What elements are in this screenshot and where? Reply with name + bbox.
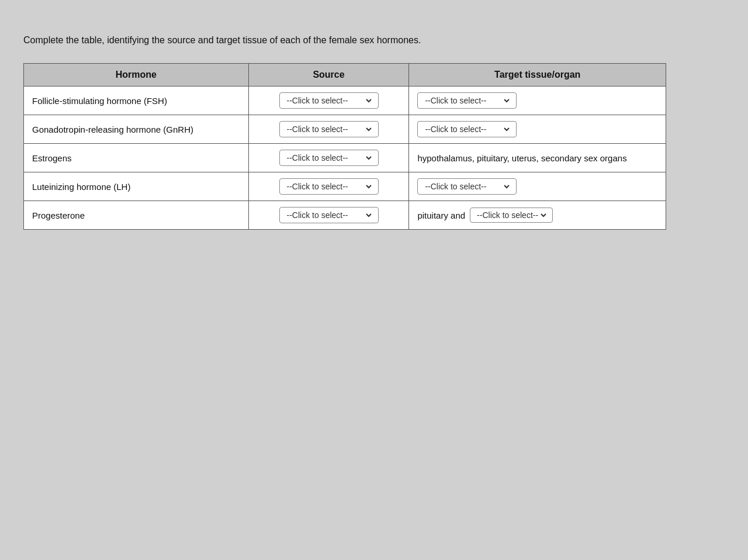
hormone-cell: Progesterone [24,201,249,230]
source-cell: --Click to select--Anterior pituitaryHyp… [248,172,409,201]
source-cell: --Click to select--Anterior pituitaryHyp… [248,87,409,115]
hormone-cell: Estrogens [24,144,249,172]
dropdown-select[interactable]: --Click to select--Anterior pituitaryHyp… [285,153,373,163]
progesterone-target-cell: pituitary and--Click to select--Anterior… [417,208,657,223]
dropdown-select[interactable]: --Click to select--Anterior pituitaryHyp… [423,181,511,192]
instructions-text: Complete the table, identifying the sour… [23,35,725,46]
hormone-table: Hormone Source Target tissue/organ Folli… [23,63,666,230]
header-target: Target tissue/organ [409,64,666,87]
dropdown-select[interactable]: --Click to select--Anterior pituitaryHyp… [285,124,373,134]
target-cell: --Click to select--Anterior pituitaryHyp… [409,172,666,201]
target-text: hypothalamus, pituitary, uterus, seconda… [417,153,626,163]
target-cell: hypothalamus, pituitary, uterus, seconda… [409,144,666,172]
source-cell: --Click to select--Anterior pituitaryHyp… [248,201,409,230]
table-row: Gonadotropin-releasing hormone (GnRH)--C… [24,115,666,144]
hormone-cell: Follicle-stimulating hormone (FSH) [24,87,249,115]
table-row: Progesterone--Click to select--Anterior … [24,201,666,230]
target-cell: --Click to select--Anterior pituitaryHyp… [409,115,666,144]
table-row: Follicle-stimulating hormone (FSH)--Clic… [24,87,666,115]
select-wrapper: --Click to select--Anterior pituitaryHyp… [417,178,517,195]
inline-select-wrapper: --Click to select--Anterior pituitaryHyp… [470,208,553,223]
dropdown-select[interactable]: --Click to select--Anterior pituitaryHyp… [423,124,511,134]
header-hormone: Hormone [24,64,249,87]
target-cell: --Click to select--Anterior pituitaryHyp… [409,87,666,115]
source-cell: --Click to select--Anterior pituitaryHyp… [248,144,409,172]
select-wrapper: --Click to select--Anterior pituitaryHyp… [279,150,379,166]
select-wrapper: --Click to select--Anterior pituitaryHyp… [279,92,379,109]
pituitary-and-text: pituitary and [417,210,465,220]
dropdown-select[interactable]: --Click to select--Anterior pituitaryHyp… [285,95,373,106]
hormone-cell: Gonadotropin-releasing hormone (GnRH) [24,115,249,144]
table-header-row: Hormone Source Target tissue/organ [24,64,666,87]
inline-dropdown-select[interactable]: --Click to select--Anterior pituitaryHyp… [475,210,548,220]
select-wrapper: --Click to select--Anterior pituitaryHyp… [279,178,379,195]
select-wrapper: --Click to select--Anterior pituitaryHyp… [417,121,517,137]
select-wrapper: --Click to select--Anterior pituitaryHyp… [279,121,379,137]
target-cell: pituitary and--Click to select--Anterior… [409,201,666,230]
table-row: Luteinizing hormone (LH)--Click to selec… [24,172,666,201]
dropdown-select[interactable]: --Click to select--Anterior pituitaryHyp… [285,210,373,220]
table-row: Estrogens--Click to select--Anterior pit… [24,144,666,172]
source-cell: --Click to select--Anterior pituitaryHyp… [248,115,409,144]
header-source: Source [248,64,409,87]
dropdown-select[interactable]: --Click to select--Anterior pituitaryHyp… [285,181,373,192]
select-wrapper: --Click to select--Anterior pituitaryHyp… [417,92,517,109]
dropdown-select[interactable]: --Click to select--Anterior pituitaryHyp… [423,95,511,106]
select-wrapper: --Click to select--Anterior pituitaryHyp… [279,207,379,223]
hormone-cell: Luteinizing hormone (LH) [24,172,249,201]
